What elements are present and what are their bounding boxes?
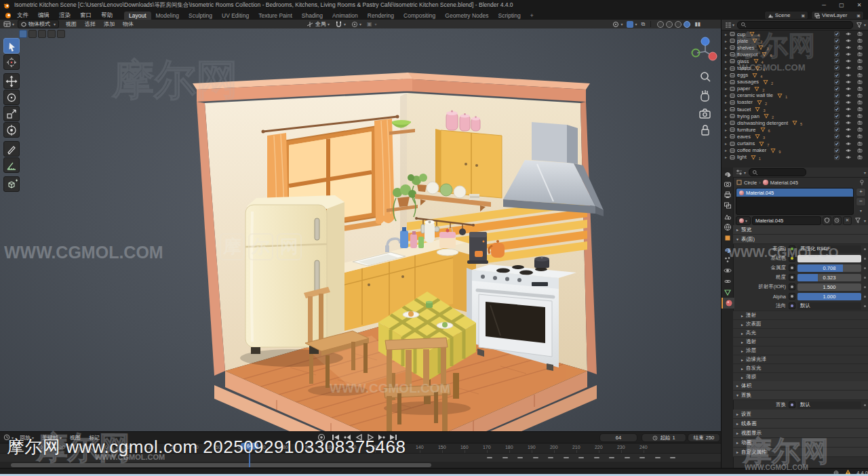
camera-render-icon[interactable]: [857, 148, 863, 153]
eye-icon[interactable]: [846, 45, 851, 50]
checkbox-icon[interactable]: [834, 38, 840, 43]
outliner-item-paper[interactable]: ▸paper2: [722, 85, 868, 92]
timeline-menu-2[interactable]: 视图: [66, 434, 84, 441]
eye-icon[interactable]: [846, 106, 851, 112]
eye-icon[interactable]: [846, 93, 851, 98]
properties-tab-constraints[interactable]: [722, 276, 733, 287]
eye-icon[interactable]: [846, 79, 851, 85]
camera-render-icon[interactable]: [857, 58, 863, 64]
keyframe-marker[interactable]: [517, 457, 523, 458]
unlink-button[interactable]: ✕: [843, 216, 852, 225]
eye-icon[interactable]: [846, 100, 851, 105]
keyframe-marker[interactable]: [502, 457, 508, 458]
camera-render-icon[interactable]: [857, 141, 863, 146]
decorator-dot[interactable]: [864, 305, 866, 307]
shading-material-icon[interactable]: [675, 21, 682, 28]
checkbox-icon[interactable]: [834, 148, 840, 153]
expand-icon[interactable]: ▸: [725, 148, 730, 153]
checkbox-icon[interactable]: [834, 120, 840, 125]
collection-name[interactable]: plate: [737, 38, 748, 44]
decorator-dot[interactable]: [864, 277, 866, 279]
subpanel-3[interactable]: ▸透射: [733, 337, 868, 346]
timeline-menu-0[interactable]: 回放▾: [16, 434, 37, 441]
playback-next-keyframe-button[interactable]: [376, 433, 387, 441]
outliner-item-faucet[interactable]: ▸faucet3: [722, 106, 868, 113]
playback-play-button[interactable]: [364, 433, 376, 441]
outliner-item-frying-pan[interactable]: ▸frying pan2: [722, 113, 868, 119]
tool-cursor-button[interactable]: [3, 54, 20, 70]
eye-icon[interactable]: [846, 134, 851, 139]
viewlayer-selector[interactable]: ViewLayer ▣: [811, 11, 864, 20]
panel-volume[interactable]: ▸体积: [733, 381, 868, 391]
current-frame-field[interactable]: 64: [599, 433, 637, 442]
eye-icon[interactable]: [846, 58, 851, 64]
app-menu-3[interactable]: 窗口: [75, 11, 96, 20]
viewport-3d[interactable]: 摩尔网 WWW.CGMOL.COM 摩尔网 WWW.CGMOL.COM: [0, 28, 721, 431]
collection-name[interactable]: toasts: [737, 65, 751, 71]
select-mode-invert-icon[interactable]: [47, 30, 56, 38]
collection-name[interactable]: curtains: [737, 140, 755, 146]
keyframe-marker[interactable]: [578, 457, 584, 458]
workspace-tab-11[interactable]: +: [526, 12, 538, 20]
camera-render-icon[interactable]: [857, 113, 863, 119]
blender-menu-icon[interactable]: [4, 12, 12, 19]
collection-name[interactable]: shelves: [737, 45, 754, 51]
outliner-item-plate[interactable]: ▸plate2: [722, 37, 868, 44]
outliner-item-eaves[interactable]: ▸eaves3: [722, 133, 868, 140]
subpanel-5[interactable]: ▸边缘光泽: [733, 355, 868, 363]
workspace-tab-6[interactable]: Animation: [328, 12, 363, 20]
camera-render-icon[interactable]: [857, 31, 863, 37]
checkbox-icon[interactable]: [834, 73, 840, 78]
camera-render-icon[interactable]: [857, 86, 863, 92]
subpanel-2[interactable]: ▸高光: [733, 328, 868, 337]
tool-scale-button[interactable]: [3, 106, 20, 121]
panel-displacement[interactable]: ▾置换: [733, 391, 868, 400]
panel-bottom-4[interactable]: ▸自定义属性: [733, 448, 868, 457]
properties-tab-scene[interactable]: [722, 211, 733, 222]
collection-name[interactable]: eaves: [737, 134, 751, 140]
outliner-item-toaster[interactable]: ▸toaster2: [722, 99, 868, 106]
cake[interactable]: [437, 229, 458, 256]
tool-rotate-button[interactable]: [3, 90, 20, 105]
panel-bottom-3[interactable]: ▸动画: [733, 438, 868, 448]
workspace-tab-3[interactable]: UV Editing: [217, 12, 254, 20]
select-mode-subtract-icon[interactable]: [38, 30, 46, 38]
outliner-item-flowerpot[interactable]: ▸flowerpot6: [722, 51, 868, 58]
workspace-tab-7[interactable]: Rendering: [363, 12, 399, 20]
remove-slot-button[interactable]: −: [856, 197, 866, 206]
pan-hand-icon[interactable]: [701, 90, 709, 101]
checkbox-icon[interactable]: [834, 106, 840, 112]
keyframe-marker[interactable]: [487, 457, 492, 458]
tool-transform-button[interactable]: [3, 122, 20, 138]
viewport-menu-2[interactable]: 添加: [100, 20, 119, 28]
eye-icon[interactable]: [846, 73, 851, 78]
decorator-dot[interactable]: [864, 258, 866, 260]
decorator-dot[interactable]: [864, 286, 866, 288]
properties-tab-tool[interactable]: [722, 167, 733, 178]
keyframe-marker[interactable]: [548, 457, 553, 458]
frame-start-field[interactable]: 起始1: [642, 433, 686, 442]
tool-select-box-button[interactable]: [3, 38, 20, 54]
checkbox-icon[interactable]: [834, 141, 840, 146]
subpanel-7[interactable]: ▸薄膜: [733, 372, 868, 381]
properties-tab-modifiers[interactable]: [722, 243, 733, 254]
camera-render-icon[interactable]: [857, 120, 863, 125]
app-menu-4[interactable]: 帮助: [96, 11, 117, 20]
collection-name[interactable]: furniture: [737, 127, 756, 133]
camera-render-icon[interactable]: [857, 106, 863, 112]
slider-Alpha[interactable]: 1.000: [797, 293, 861, 300]
frame-end-field[interactable]: 结束250: [688, 433, 720, 442]
zoom-icon[interactable]: [701, 73, 710, 81]
lock-icon[interactable]: [702, 125, 709, 135]
tool-add-cube-button[interactable]: [3, 176, 20, 192]
displacement-dropdown[interactable]: 默认: [797, 401, 861, 409]
material-slot-row[interactable]: Material.045: [736, 189, 853, 197]
keyframe-marker[interactable]: [564, 457, 569, 458]
paper-towel[interactable]: [425, 220, 435, 243]
filter-icon[interactable]: [856, 22, 863, 28]
outliner-editor-icon[interactable]: [724, 22, 731, 28]
outliner-item-sausages[interactable]: ▸sausages2: [722, 79, 868, 85]
eye-icon[interactable]: [846, 155, 851, 160]
mode-selector[interactable]: 物体模式 ▾: [18, 20, 59, 28]
breadcrumb-material[interactable]: Material.045: [770, 180, 798, 186]
